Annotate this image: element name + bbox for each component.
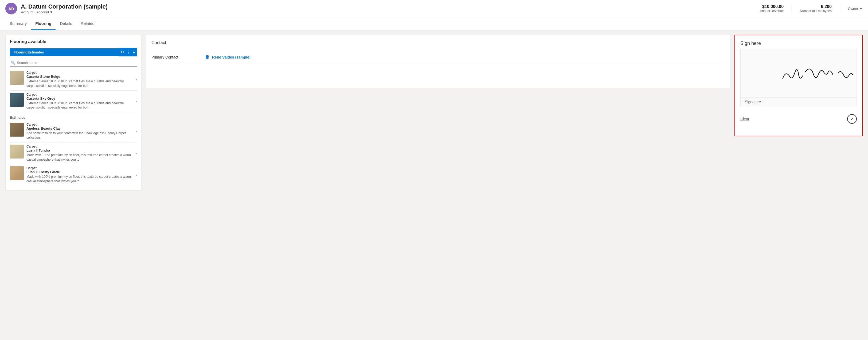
- tab-summary[interactable]: Summary: [5, 18, 31, 30]
- flooring-panel-title: Flooring available: [10, 39, 137, 44]
- chevron-right-icon: ›: [136, 129, 137, 133]
- list-item[interactable]: Carpet Lush II Frosty Glade Made with 10…: [10, 164, 137, 186]
- avatar: AD: [5, 3, 17, 15]
- tab-related[interactable]: Related: [76, 18, 99, 30]
- owner-field[interactable]: Owner ▼: [848, 7, 863, 11]
- header-right: $10,000.00 Annual Revenue 6,200 Number o…: [760, 3, 863, 14]
- item-category: Carpet: [26, 71, 133, 75]
- item-description: Add some fashion to your floors with the…: [26, 131, 133, 140]
- chevron-down-icon: ▼: [50, 10, 53, 14]
- search-input[interactable]: [17, 61, 136, 65]
- item-thumbnail: [10, 166, 24, 180]
- signature-panel: Sign here Signature Clear ✓: [735, 35, 863, 136]
- primary-contact-row: Primary Contact 👤 Rene Valdes (sample): [151, 51, 724, 64]
- item-description: Made with 100% premium nylon fiber, this…: [26, 153, 133, 162]
- add-icon[interactable]: +: [132, 50, 135, 55]
- item-info: Carpet Caserta Stone Beige Extreme Serie…: [26, 71, 133, 88]
- chevron-right-icon: ›: [136, 151, 137, 155]
- employees-value: 6,200: [800, 4, 832, 9]
- title-block: A. Datum Corporation (sample) Account · …: [21, 3, 107, 14]
- nav-tabs: Summary Flooring Details Related: [0, 18, 868, 30]
- header-divider: [792, 3, 792, 14]
- item-thumbnail: [10, 93, 24, 107]
- contact-title: Contact: [151, 40, 724, 45]
- owner-label: Owner: [848, 7, 858, 11]
- checkmark-icon: ✓: [850, 116, 854, 122]
- breadcrumb-dropdown[interactable]: Account ▼: [37, 10, 53, 14]
- refresh-icon[interactable]: ↻: [121, 50, 124, 55]
- contact-icon: 👤: [205, 55, 210, 60]
- flooring-search-bar: 🔍: [10, 59, 137, 66]
- chevron-right-icon: ›: [136, 99, 137, 104]
- filter-icon[interactable]: ⋮: [126, 50, 130, 55]
- item-category: Carpet: [26, 166, 133, 170]
- item-description: Extreme Series 18 in. x 18 in. carpet ti…: [26, 79, 133, 88]
- tab-details[interactable]: Details: [56, 18, 76, 30]
- list-item[interactable]: Carpet Caserta Stone Beige Extreme Serie…: [10, 69, 137, 91]
- signature-area[interactable]: Signature: [740, 49, 857, 106]
- page-title: A. Datum Corporation (sample): [21, 3, 107, 10]
- breadcrumb-sep: ·: [34, 10, 35, 14]
- flooring-estimates-button[interactable]: FlooringEstimates: [10, 48, 119, 56]
- header-divider-2: [840, 3, 840, 14]
- signature-canvas[interactable]: [741, 49, 857, 97]
- annual-revenue-stat: $10,000.00 Annual Revenue: [760, 4, 784, 13]
- employees-stat: 6,200 Number of Employees: [800, 4, 832, 13]
- chevron-down-icon: ▼: [859, 7, 863, 11]
- list-item[interactable]: Carpet Ageless Beauty Clay Add some fash…: [10, 120, 137, 142]
- item-info: Carpet Lush II Tundra Made with 100% pre…: [26, 145, 133, 162]
- annual-revenue-value: $10,000.00: [760, 4, 784, 9]
- item-info: Carpet Caserta Sky Grey Extreme Series 1…: [26, 93, 133, 110]
- item-name: Lush II Tundra: [26, 148, 133, 152]
- employees-label: Number of Employees: [800, 9, 832, 13]
- item-category: Carpet: [26, 145, 133, 148]
- item-name: Ageless Beauty Clay: [26, 126, 133, 131]
- flooring-subheader: FlooringEstimates ↻ ⋮ +: [10, 48, 137, 56]
- item-thumbnail: [10, 123, 24, 137]
- item-description: Made with 100% premium nylon fiber, this…: [26, 174, 133, 183]
- item-thumbnail: [10, 71, 24, 85]
- primary-contact-label: Primary Contact: [151, 55, 205, 59]
- list-item[interactable]: Carpet Lush II Tundra Made with 100% pre…: [10, 142, 137, 164]
- item-name: Caserta Sky Grey: [26, 96, 133, 101]
- annual-revenue-label: Annual Revenue: [760, 9, 784, 13]
- primary-contact-value: 👤 Rene Valdes (sample): [205, 55, 250, 60]
- flooring-tab-icons: ↻ ⋮ +: [119, 48, 137, 56]
- confirm-button[interactable]: ✓: [847, 114, 857, 124]
- header-left: AD A. Datum Corporation (sample) Account…: [5, 3, 107, 15]
- item-name: Caserta Stone Beige: [26, 75, 133, 79]
- item-info: Carpet Ageless Beauty Clay Add some fash…: [26, 123, 133, 140]
- item-description: Extreme Series 18 in. x 18 in. carpet ti…: [26, 101, 133, 110]
- main-content: Flooring available FlooringEstimates ↻ ⋮…: [0, 30, 868, 195]
- search-icon: 🔍: [11, 61, 15, 65]
- contact-panel: Contact Primary Contact 👤 Rene Valdes (s…: [146, 35, 730, 88]
- primary-contact-link[interactable]: Rene Valdes (sample): [212, 55, 250, 59]
- item-thumbnail: [10, 145, 24, 159]
- sign-here-title: Sign here: [740, 40, 857, 46]
- breadcrumb: Account · Account ▼: [21, 10, 107, 14]
- item-category: Carpet: [26, 93, 133, 96]
- header: AD A. Datum Corporation (sample) Account…: [0, 0, 868, 18]
- clear-button[interactable]: Clear: [740, 117, 749, 121]
- tab-flooring[interactable]: Flooring: [31, 18, 56, 30]
- chevron-right-icon: ›: [136, 173, 137, 177]
- signature-footer: Clear ✓: [740, 111, 857, 124]
- item-info: Carpet Lush II Frosty Glade Made with 10…: [26, 166, 133, 183]
- list-item[interactable]: Carpet Caserta Sky Grey Extreme Series 1…: [10, 91, 137, 113]
- estimates-section-label: Estimates: [10, 112, 137, 120]
- item-category: Carpet: [26, 123, 133, 126]
- flooring-panel: Flooring available FlooringEstimates ↻ ⋮…: [5, 35, 142, 191]
- breadcrumb-account[interactable]: Account: [21, 10, 33, 14]
- item-name: Lush II Frosty Glade: [26, 170, 133, 174]
- signature-label: Signature: [741, 97, 857, 106]
- chevron-right-icon: ›: [136, 77, 137, 82]
